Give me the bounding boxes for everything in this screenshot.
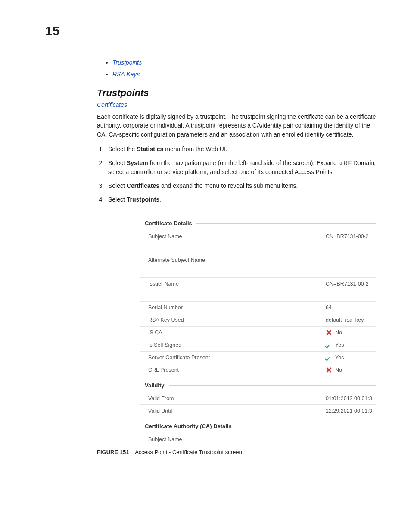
row-value-text: 64 (326, 305, 332, 311)
row-label: Subject Name (140, 433, 321, 445)
group-title: Certificate Authority (CA) Details (140, 417, 376, 433)
steps-list: Select the Statistics menu from the Web … (97, 145, 377, 204)
row-value: 12:29:2021 00:01:3 (321, 405, 376, 417)
group-title-label: Certificate Authority (CA) Details (145, 423, 232, 429)
row-value: No (321, 364, 376, 376)
step-text: Select (108, 196, 127, 203)
row-value: Yes (321, 352, 376, 364)
row-value-text: 01:01:2012 00:01:3 (326, 395, 372, 401)
figure-caption: FIGURE 151 Access Point - Certificate Tr… (97, 449, 377, 455)
row-value-text: default_rsa_key (326, 317, 364, 323)
table-row: Server Certificate PresentYes (140, 351, 376, 364)
page: 15 Trustpoints RSA Keys Trustpoints Cert… (0, 0, 411, 532)
table-row: Valid Until12:29:2021 00:01:3 (140, 404, 376, 417)
row-label: IS CA (140, 327, 321, 339)
table-row: Is Self SignedYes (140, 339, 376, 351)
table-row: Serial Number64 (140, 301, 376, 314)
table-row: RSA Key Useddefault_rsa_key (140, 314, 376, 326)
group-title-label: Validity (145, 382, 165, 389)
row-label: Subject Name (140, 230, 321, 254)
step-item: Select the Statistics menu from the Web … (106, 145, 377, 153)
toc-item: RSA Keys (112, 68, 377, 80)
row-label: RSA Key Used (140, 314, 321, 326)
group-title-label: Certificate Details (145, 220, 192, 227)
table-row: Issuer NameCN=BR7131-00-2 (140, 277, 376, 301)
group-title-rule (169, 385, 376, 386)
row-label: Is Self Signed (140, 339, 321, 351)
group-title: Certificate Details (140, 214, 376, 230)
table-row: Subject NameCN=BR7131-00-2 (140, 230, 376, 254)
row-value: 64 (321, 302, 376, 314)
step-keyword: System (127, 159, 148, 166)
toc-link-trustpoints[interactable]: Trustpoints (112, 59, 142, 66)
step-text: . (159, 196, 161, 203)
content: Trustpoints RSA Keys Trustpoints Certifi… (97, 22, 377, 455)
cross-icon (326, 367, 332, 373)
row-label: Server Certificate Present (140, 352, 321, 364)
table-row: IS CANo (140, 326, 376, 339)
row-value-text: No (335, 330, 342, 336)
row-value-text: CN=BR7131-00-2 (326, 281, 369, 287)
chapter-number: 15 (45, 24, 59, 38)
step-text: menu from the Web UI. (163, 146, 227, 152)
section-heading: Trustpoints (97, 87, 377, 99)
row-value-text: Yes (335, 355, 344, 361)
row-value-text: 12:29:2021 00:01:3 (326, 408, 372, 414)
step-text: Select (108, 159, 127, 166)
toc-list: Trustpoints RSA Keys (97, 57, 377, 80)
row-value-text: No (335, 367, 342, 373)
figure-caption-text: Access Point - Certificate Trustpoint sc… (135, 449, 242, 455)
step-keyword: Trustpoints (127, 196, 159, 203)
row-value: Yes (321, 339, 376, 351)
section-sublink[interactable]: Certificates (97, 101, 377, 108)
figure-caption-label: FIGURE 151 (97, 449, 129, 455)
row-label: Issuer Name (140, 278, 321, 301)
group-title-rule (196, 223, 376, 224)
row-value-text: Yes (335, 342, 344, 348)
toc-item: Trustpoints (112, 57, 377, 68)
row-value: 01:01:2012 00:01:3 (321, 392, 376, 404)
table-row: Valid From01:01:2012 00:01:3 (140, 392, 376, 404)
screenshot-panel: Certificate DetailsSubject NameCN=BR7131… (140, 214, 376, 445)
group-title-rule (236, 426, 376, 426)
step-item: Select System from the navigation pane (… (106, 159, 377, 176)
step-text: and expand the menu to reveal its sub me… (159, 182, 298, 189)
row-label: CRL Present (140, 364, 321, 376)
step-item: Select Certificates and expand the menu … (106, 181, 377, 190)
table-row: CRL PresentNo (140, 364, 376, 376)
row-value (321, 254, 376, 277)
section-sublink-label: Certificates (97, 101, 127, 108)
step-text: Select (108, 182, 127, 189)
cross-icon (326, 330, 332, 336)
row-value: CN=BR7131-00-2 (321, 230, 376, 254)
step-item: Select Trustpoints. (106, 195, 377, 204)
step-keyword: Statistics (137, 146, 163, 152)
row-value: CN=BR7131-00-2 (321, 278, 376, 301)
row-value (321, 433, 376, 445)
row-value: default_rsa_key (321, 314, 376, 326)
step-text: from the navigation pane (on the left-ha… (108, 159, 376, 175)
check-icon (326, 355, 332, 361)
step-keyword: Certificates (127, 182, 159, 189)
toc-link-rsa-keys[interactable]: RSA Keys (112, 71, 140, 78)
table-row: Alternate Subject Name (140, 254, 376, 277)
row-label: Alternate Subject Name (140, 254, 321, 277)
row-label: Serial Number (140, 302, 321, 314)
row-label: Valid Until (140, 405, 321, 417)
table-row: Subject Name (140, 433, 376, 445)
section-paragraph: Each certificate is digitally signed by … (97, 112, 377, 139)
row-label: Valid From (140, 392, 321, 404)
row-value-text: CN=BR7131-00-2 (326, 233, 369, 240)
row-value: No (321, 327, 376, 339)
group-title: Validity (140, 376, 376, 392)
step-text: Select the (108, 146, 137, 152)
check-icon (326, 342, 332, 348)
